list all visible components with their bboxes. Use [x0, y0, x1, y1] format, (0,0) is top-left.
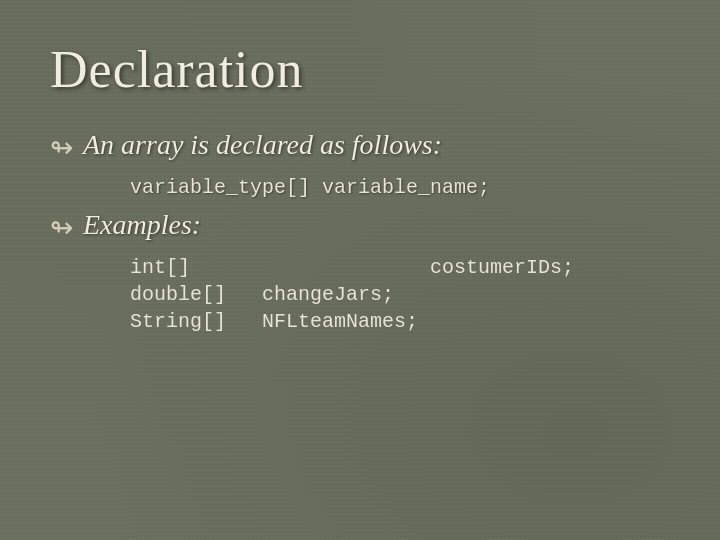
bullet-1: ↬ An array is declared as follows:	[50, 129, 670, 164]
slide-container: Declaration ↬ An array is declared as fo…	[0, 0, 720, 540]
code-line-3-col1: String[]	[130, 310, 250, 333]
bullet-2-icon: ↬	[50, 211, 73, 244]
bullet-1-text: An array is declared as follows:	[83, 129, 442, 161]
code-line-2-col2: changeJars;	[250, 283, 394, 306]
slide-title: Declaration	[50, 40, 670, 99]
bullet-2-text: Examples:	[83, 209, 201, 241]
code-line-1: int[] costumerIDs;	[130, 256, 670, 279]
bullet-1-subtext: variable_type[] variable_name;	[130, 176, 670, 199]
code-line-2: double[] changeJars;	[130, 283, 670, 306]
code-line-3: String[] NFLteamNames;	[130, 310, 670, 333]
code-line-1-col2: costumerIDs;	[250, 256, 574, 279]
bullet-2: ↬ Examples:	[50, 209, 670, 244]
bullet-1-icon: ↬	[50, 131, 73, 164]
code-line-1-col1: int[]	[130, 256, 250, 279]
code-line-2-col1: double[]	[130, 283, 250, 306]
code-line-3-col2: NFLteamNames;	[250, 310, 418, 333]
